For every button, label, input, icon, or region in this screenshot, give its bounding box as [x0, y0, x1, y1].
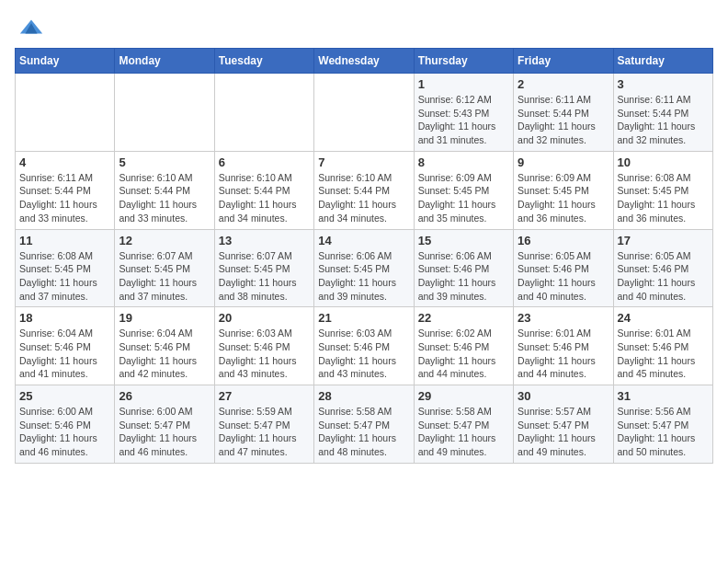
calendar-cell: 2Sunrise: 6:11 AM Sunset: 5:44 PM Daylig…: [514, 74, 613, 152]
day-number: 9: [518, 155, 609, 169]
weekday-header-tuesday: Tuesday: [214, 49, 313, 74]
weekday-header-monday: Monday: [115, 49, 214, 74]
day-number: 28: [318, 389, 409, 403]
week-row-5: 25Sunrise: 6:00 AM Sunset: 5:46 PM Dayli…: [16, 385, 713, 464]
day-info: Sunrise: 6:04 AM Sunset: 5:46 PM Dayligh…: [119, 327, 210, 381]
day-info: Sunrise: 5:56 AM Sunset: 5:47 PM Dayligh…: [618, 405, 709, 459]
weekday-header-sunday: Sunday: [16, 49, 115, 74]
day-info: Sunrise: 6:11 AM Sunset: 5:44 PM Dayligh…: [518, 93, 609, 147]
calendar-cell: 1Sunrise: 6:12 AM Sunset: 5:43 PM Daylig…: [414, 74, 513, 152]
day-number: 2: [518, 77, 609, 91]
day-number: 14: [318, 234, 409, 247]
week-row-2: 4Sunrise: 6:11 AM Sunset: 5:44 PM Daylig…: [16, 151, 713, 229]
day-info: Sunrise: 5:58 AM Sunset: 5:47 PM Dayligh…: [318, 405, 409, 459]
calendar-cell: 3Sunrise: 6:11 AM Sunset: 5:44 PM Daylig…: [613, 74, 712, 152]
day-number: 15: [418, 234, 509, 247]
day-number: 1: [418, 77, 509, 91]
calendar-cell: 30Sunrise: 5:57 AM Sunset: 5:47 PM Dayli…: [514, 385, 613, 464]
day-info: Sunrise: 5:57 AM Sunset: 5:47 PM Dayligh…: [518, 405, 609, 459]
day-number: 12: [119, 234, 210, 247]
calendar-cell: 29Sunrise: 5:58 AM Sunset: 5:47 PM Dayli…: [414, 385, 513, 464]
week-row-1: 1Sunrise: 6:12 AM Sunset: 5:43 PM Daylig…: [16, 74, 713, 152]
calendar-cell: 18Sunrise: 6:04 AM Sunset: 5:46 PM Dayli…: [16, 307, 115, 385]
calendar-cell: 12Sunrise: 6:07 AM Sunset: 5:45 PM Dayli…: [115, 229, 214, 307]
day-info: Sunrise: 6:11 AM Sunset: 5:44 PM Dayligh…: [618, 93, 709, 147]
day-info: Sunrise: 6:02 AM Sunset: 5:46 PM Dayligh…: [418, 327, 509, 381]
day-number: 27: [219, 389, 310, 403]
day-info: Sunrise: 5:58 AM Sunset: 5:47 PM Dayligh…: [418, 405, 509, 459]
day-info: Sunrise: 6:10 AM Sunset: 5:44 PM Dayligh…: [119, 171, 210, 225]
day-number: 5: [119, 155, 210, 169]
day-number: 11: [19, 234, 110, 247]
day-number: 6: [219, 155, 310, 169]
calendar-cell: 7Sunrise: 6:10 AM Sunset: 5:44 PM Daylig…: [314, 151, 414, 229]
day-info: Sunrise: 6:03 AM Sunset: 5:46 PM Dayligh…: [219, 327, 310, 381]
day-info: Sunrise: 6:04 AM Sunset: 5:46 PM Dayligh…: [19, 327, 110, 381]
day-number: 10: [618, 155, 709, 169]
day-number: 25: [19, 389, 110, 403]
calendar-cell: 25Sunrise: 6:00 AM Sunset: 5:46 PM Dayli…: [16, 385, 115, 464]
day-info: Sunrise: 6:08 AM Sunset: 5:45 PM Dayligh…: [19, 249, 110, 304]
day-info: Sunrise: 6:05 AM Sunset: 5:46 PM Dayligh…: [518, 249, 609, 304]
week-row-3: 11Sunrise: 6:08 AM Sunset: 5:45 PM Dayli…: [16, 229, 713, 307]
calendar-cell: [214, 74, 313, 152]
day-number: 17: [618, 234, 709, 247]
day-info: Sunrise: 6:08 AM Sunset: 5:45 PM Dayligh…: [618, 171, 709, 225]
day-number: 26: [119, 389, 210, 403]
calendar-header: SundayMondayTuesdayWednesdayThursdayFrid…: [16, 49, 713, 74]
day-number: 16: [518, 234, 609, 247]
day-info: Sunrise: 5:59 AM Sunset: 5:47 PM Dayligh…: [219, 405, 310, 459]
calendar-cell: 4Sunrise: 6:11 AM Sunset: 5:44 PM Daylig…: [16, 151, 115, 229]
day-info: Sunrise: 6:07 AM Sunset: 5:45 PM Dayligh…: [119, 249, 210, 304]
day-info: Sunrise: 6:10 AM Sunset: 5:44 PM Dayligh…: [318, 171, 409, 225]
day-info: Sunrise: 6:05 AM Sunset: 5:46 PM Dayligh…: [618, 249, 709, 304]
calendar-cell: 14Sunrise: 6:06 AM Sunset: 5:45 PM Dayli…: [314, 229, 414, 307]
day-info: Sunrise: 6:06 AM Sunset: 5:45 PM Dayligh…: [318, 249, 409, 304]
day-info: Sunrise: 6:06 AM Sunset: 5:46 PM Dayligh…: [418, 249, 509, 304]
day-number: 18: [19, 311, 110, 325]
calendar-cell: 27Sunrise: 5:59 AM Sunset: 5:47 PM Dayli…: [214, 385, 313, 464]
logo: [15, 15, 44, 40]
calendar-cell: 19Sunrise: 6:04 AM Sunset: 5:46 PM Dayli…: [115, 307, 214, 385]
calendar-cell: 10Sunrise: 6:08 AM Sunset: 5:45 PM Dayli…: [613, 151, 712, 229]
week-row-4: 18Sunrise: 6:04 AM Sunset: 5:46 PM Dayli…: [16, 307, 713, 385]
calendar-cell: [16, 74, 115, 152]
day-number: 20: [219, 311, 310, 325]
calendar-cell: 13Sunrise: 6:07 AM Sunset: 5:45 PM Dayli…: [214, 229, 313, 307]
calendar-cell: 31Sunrise: 5:56 AM Sunset: 5:47 PM Dayli…: [613, 385, 712, 464]
day-number: 3: [618, 77, 709, 91]
day-number: 23: [518, 311, 609, 325]
calendar-cell: 22Sunrise: 6:02 AM Sunset: 5:46 PM Dayli…: [414, 307, 513, 385]
day-info: Sunrise: 6:01 AM Sunset: 5:46 PM Dayligh…: [518, 327, 609, 381]
calendar-cell: 17Sunrise: 6:05 AM Sunset: 5:46 PM Dayli…: [613, 229, 712, 307]
calendar-cell: 20Sunrise: 6:03 AM Sunset: 5:46 PM Dayli…: [214, 307, 313, 385]
calendar-cell: 21Sunrise: 6:03 AM Sunset: 5:46 PM Dayli…: [314, 307, 414, 385]
day-number: 8: [418, 155, 509, 169]
weekday-header-saturday: Saturday: [613, 49, 712, 74]
day-info: Sunrise: 6:12 AM Sunset: 5:43 PM Dayligh…: [418, 93, 509, 147]
logo-icon: [18, 15, 44, 40]
day-info: Sunrise: 6:10 AM Sunset: 5:44 PM Dayligh…: [219, 171, 310, 225]
calendar-cell: 24Sunrise: 6:01 AM Sunset: 5:46 PM Dayli…: [613, 307, 712, 385]
calendar-cell: 11Sunrise: 6:08 AM Sunset: 5:45 PM Dayli…: [16, 229, 115, 307]
weekday-header-thursday: Thursday: [414, 49, 513, 74]
calendar-cell: [115, 74, 214, 152]
day-number: 30: [518, 389, 609, 403]
calendar-cell: 9Sunrise: 6:09 AM Sunset: 5:45 PM Daylig…: [514, 151, 613, 229]
day-info: Sunrise: 6:00 AM Sunset: 5:47 PM Dayligh…: [119, 405, 210, 459]
calendar-cell: 23Sunrise: 6:01 AM Sunset: 5:46 PM Dayli…: [514, 307, 613, 385]
day-info: Sunrise: 6:07 AM Sunset: 5:45 PM Dayligh…: [219, 249, 310, 304]
day-number: 21: [318, 311, 409, 325]
day-info: Sunrise: 6:00 AM Sunset: 5:46 PM Dayligh…: [19, 405, 110, 459]
day-number: 24: [618, 311, 709, 325]
day-number: 22: [418, 311, 509, 325]
day-number: 7: [318, 155, 409, 169]
calendar-cell: 8Sunrise: 6:09 AM Sunset: 5:45 PM Daylig…: [414, 151, 513, 229]
calendar-cell: 26Sunrise: 6:00 AM Sunset: 5:47 PM Dayli…: [115, 385, 214, 464]
day-info: Sunrise: 6:09 AM Sunset: 5:45 PM Dayligh…: [418, 171, 509, 225]
day-number: 29: [418, 389, 509, 403]
calendar-cell: 5Sunrise: 6:10 AM Sunset: 5:44 PM Daylig…: [115, 151, 214, 229]
day-number: 31: [618, 389, 709, 403]
day-info: Sunrise: 6:09 AM Sunset: 5:45 PM Dayligh…: [518, 171, 609, 225]
calendar-cell: [314, 74, 414, 152]
